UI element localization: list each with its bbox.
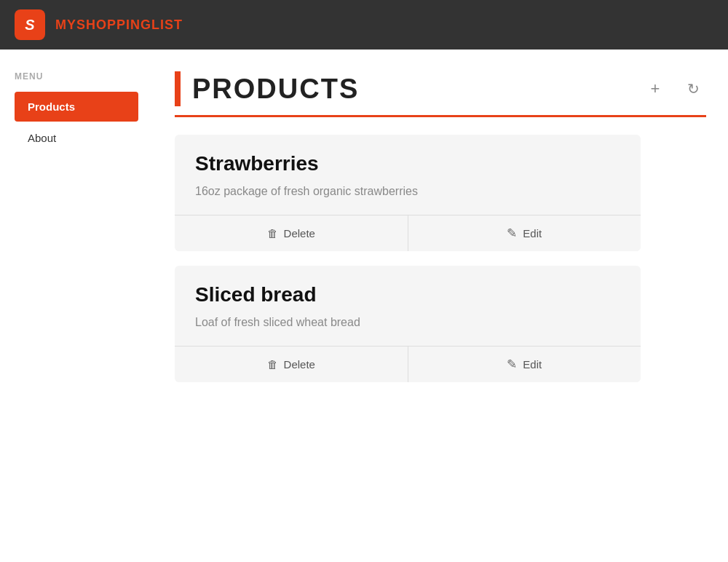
add-product-button[interactable] [642,76,668,102]
trash-icon [267,358,278,371]
product-name: Strawberries [195,152,620,175]
sidebar-item-products[interactable]: Products [15,92,138,122]
refresh-icon [687,79,700,98]
product-description: Loaf of fresh sliced wheat bread [195,314,620,331]
page-title: PRODUCTS [192,74,630,105]
delete-label: Delete [284,227,315,240]
logo-icon: S [15,9,45,40]
edit-button[interactable]: Edit [408,215,641,251]
delete-button[interactable]: Delete [175,215,408,251]
delete-label: Delete [284,358,315,371]
page-title-bar: PRODUCTS [175,71,706,117]
product-name: Sliced bread [195,283,620,306]
card-actions: Delete Edit [175,346,641,382]
edit-label: Edit [523,227,542,240]
brand-name: MYSHOPPINGLIST [55,17,183,33]
refresh-button[interactable] [680,76,706,102]
plus-icon [651,79,660,98]
card-actions: Delete Edit [175,215,641,251]
trash-icon [267,227,278,240]
product-card: Strawberries 16oz package of fresh organ… [175,135,641,251]
card-body: Sliced bread Loaf of fresh sliced wheat … [175,266,641,346]
sidebar-item-about[interactable]: About [15,123,138,153]
product-card: Sliced bread Loaf of fresh sliced wheat … [175,266,641,382]
edit-button[interactable]: Edit [408,347,641,382]
title-accent [175,71,181,106]
edit-icon [507,357,517,372]
menu-label: MENU [15,71,138,82]
product-description: 16oz package of fresh organic strawberri… [195,183,620,200]
sidebar: MENU Products About [0,71,153,397]
edit-label: Edit [523,358,542,371]
layout: MENU Products About PRODUCTS Strawberrie… [0,50,728,397]
edit-icon [507,226,517,241]
main-content: PRODUCTS Strawberries 16oz package of fr… [153,71,728,397]
delete-button[interactable]: Delete [175,347,408,382]
header: S MYSHOPPINGLIST [0,0,728,50]
card-body: Strawberries 16oz package of fresh organ… [175,135,641,215]
